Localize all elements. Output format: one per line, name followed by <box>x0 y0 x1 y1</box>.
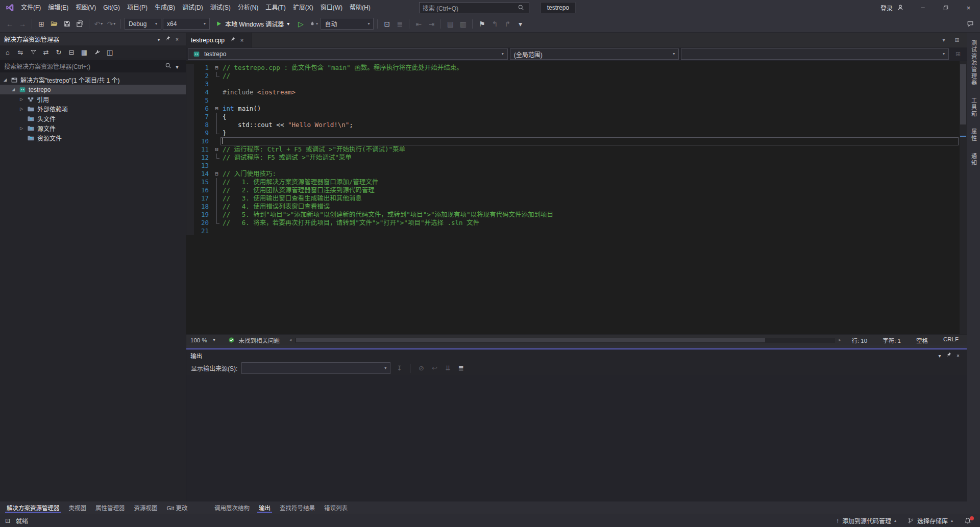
fold-collapse-icon[interactable]: ⊟ <box>213 170 220 178</box>
expander-closed-icon[interactable]: ▷ <box>18 126 24 131</box>
expander-closed-icon[interactable]: ▷ <box>18 97 24 102</box>
tool-window-tab[interactable]: 属性管理器 <box>91 501 130 514</box>
window-options[interactable]: ⊞ <box>952 36 962 45</box>
undo[interactable]: ↶▾ <box>93 18 104 30</box>
quick-search-box[interactable]: 搜索 (Ctrl+Q) <box>419 2 529 13</box>
collapse-all[interactable]: ⊟ <box>67 47 76 57</box>
breakpoint-margin[interactable] <box>186 113 194 121</box>
solution-name-badge[interactable]: testrepo <box>541 2 576 13</box>
restore-button[interactable] <box>934 0 957 15</box>
tree-item[interactable]: ▷源文件 <box>0 123 186 133</box>
sync-with-active-document[interactable]: ⇄ <box>41 47 51 57</box>
toggle-autoscroll[interactable]: ⇊ <box>443 364 452 373</box>
uncomment-selection[interactable]: ▥ <box>457 18 469 30</box>
line-operations[interactable]: ≣ <box>394 18 405 30</box>
search[interactable] <box>163 61 173 70</box>
start-debugging[interactable]: 本地 Windows 调试器▾ <box>211 18 293 30</box>
tool-window-tab[interactable]: 查找符号结果 <box>275 501 320 514</box>
auto-hide-tab[interactable]: 属性 <box>970 129 978 142</box>
search-options[interactable]: ▾ <box>173 62 182 71</box>
menu-item[interactable]: 生成(B) <box>151 0 179 15</box>
menu-item[interactable]: 文件(F) <box>17 0 44 15</box>
menu-item[interactable]: 窗口(W) <box>317 0 346 15</box>
pin-tab[interactable] <box>228 35 237 44</box>
auto-hide-tab[interactable]: 工具箱 <box>970 97 978 117</box>
menu-item[interactable]: 分析(N) <box>234 0 262 15</box>
hscroll-track[interactable] <box>295 338 835 343</box>
messages-view[interactable]: ≣ <box>456 364 465 373</box>
breakpoint-margin[interactable] <box>186 203 194 211</box>
breakpoint-margin[interactable] <box>186 96 194 105</box>
scroll-left[interactable]: ◂ <box>286 336 295 345</box>
breakpoint-margin[interactable] <box>186 129 194 137</box>
user-avatar[interactable] <box>896 3 905 12</box>
add-to-source-control[interactable]: ↑添加到源代码管理▴ <box>830 514 902 527</box>
tool-window-tab[interactable]: 资源视图 <box>130 501 162 514</box>
comment-selection[interactable]: ▤ <box>445 18 456 30</box>
filter[interactable] <box>29 47 38 57</box>
toggle-word-wrap[interactable]: ↩ <box>430 364 439 373</box>
breakpoint-margin[interactable] <box>186 170 194 178</box>
nav-member-dropdown[interactable]: ▾ <box>681 48 949 60</box>
configuration-dropdown[interactable]: Debug▾ <box>125 18 161 30</box>
refresh[interactable]: ↻ <box>54 47 63 57</box>
space-indicator[interactable]: 空格 <box>916 336 928 344</box>
tree-item[interactable]: ◢testrepo <box>0 85 186 94</box>
output-header[interactable]: 输出 ▾× <box>186 349 967 361</box>
start-without-debugging[interactable]: ▷ <box>295 18 306 30</box>
breakpoint-margin[interactable] <box>186 137 194 145</box>
tree-item[interactable]: ◢解决方案"testrepo"(1 个项目/共 1 个) <box>0 75 186 85</box>
window-position[interactable]: ▾ <box>935 352 944 361</box>
code-editor[interactable]: 1⊟// testrepo.cpp : 此文件包含 "main" 函数。程序执行… <box>186 61 967 334</box>
send-feedback[interactable] <box>965 18 976 30</box>
expander-closed-icon[interactable]: ▷ <box>18 107 24 111</box>
sign-in-button[interactable]: 登录 <box>874 3 911 13</box>
fold-collapse-icon[interactable]: ⊟ <box>213 64 220 72</box>
next-bookmark[interactable]: ↱ <box>502 18 513 30</box>
notifications[interactable] <box>959 514 977 527</box>
menu-item[interactable]: 项目(P) <box>124 0 151 15</box>
minimize-button[interactable] <box>911 0 934 15</box>
tab-testrepo-cpp[interactable]: testrepo.cpp × <box>186 33 252 47</box>
background-tasks[interactable]: ⊡ <box>3 516 12 525</box>
tool-window-tab[interactable]: 类视图 <box>64 501 91 514</box>
tool-window-tab[interactable]: 错误列表 <box>320 501 352 514</box>
tool-window-tab[interactable]: 调用层次结构 <box>210 501 254 514</box>
active-documents[interactable]: ▾ <box>939 36 948 45</box>
tree-item[interactable]: ▷外部依赖项 <box>0 104 186 114</box>
tree-item[interactable]: 资源文件 <box>0 133 186 143</box>
window-layout[interactable]: ⊞ <box>36 18 47 30</box>
pin-window[interactable] <box>944 350 953 359</box>
breakpoint-margin[interactable] <box>186 88 194 96</box>
output-content[interactable] <box>186 375 967 501</box>
breakpoint-margin[interactable] <box>186 105 194 113</box>
split-editor[interactable]: ⊞ <box>953 49 963 59</box>
output-source-dropdown[interactable]: ▾ <box>241 362 390 374</box>
menu-item[interactable]: 测试(S) <box>207 0 234 15</box>
select-repository[interactable]: 选择存储库▴ <box>902 514 959 527</box>
scroll-right[interactable]: ▸ <box>835 336 844 345</box>
open-file[interactable] <box>48 18 60 30</box>
save[interactable] <box>61 18 72 30</box>
expander-open-icon[interactable]: ◢ <box>2 78 8 82</box>
breakpoint-margin[interactable] <box>186 64 194 72</box>
menu-item[interactable]: 帮助(H) <box>346 0 374 15</box>
menu-item[interactable]: 扩展(X) <box>289 0 317 15</box>
fold-collapse-icon[interactable]: ⊟ <box>213 145 220 154</box>
breakpoint-margin[interactable] <box>186 227 194 235</box>
horizontal-scrollbar[interactable]: ◂ ▸ <box>286 336 844 345</box>
zoom-options[interactable]: ▾ <box>210 336 219 345</box>
breakpoint-margin[interactable] <box>186 121 194 129</box>
window-position[interactable]: ▾ <box>154 35 163 44</box>
nav-scope-dropdown[interactable]: (全局范围) ▾ <box>510 48 679 60</box>
show-all-files[interactable]: ▦ <box>80 47 89 57</box>
zoom-control[interactable]: 100 % ▾ <box>186 336 223 345</box>
menu-item[interactable]: Git(G) <box>100 0 124 15</box>
fold-collapse-icon[interactable]: ⊟ <box>213 105 220 113</box>
nav-project-dropdown[interactable]: testrepo ▾ <box>188 48 508 60</box>
indent-increase[interactable]: ⇥ <box>426 18 437 30</box>
breakpoint-margin[interactable] <box>186 178 194 186</box>
auto-hide-tab[interactable]: 通知 <box>970 153 978 166</box>
pin-window[interactable] <box>163 34 173 43</box>
breakpoint-margin[interactable] <box>186 162 194 170</box>
